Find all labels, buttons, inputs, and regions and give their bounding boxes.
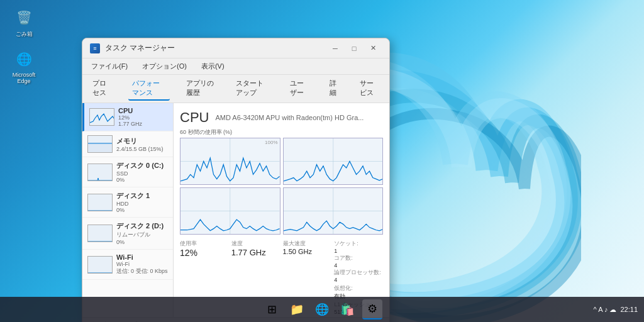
- desktop-icon-recycle-label: ごみ箱: [16, 30, 33, 38]
- stat-max-speed-value: 1.50 GHz: [283, 248, 332, 255]
- tm-sidebar: CPU 12% 1.77 GHz メモリ 2.4/15.5 GB (15%): [82, 103, 174, 317]
- tab-process[interactable]: プロセス: [89, 77, 116, 101]
- desktop-icons-container: 🗑️ ごみ箱 🌐 Microsoft Edge: [5, 6, 43, 84]
- taskbar-clock: 22:11: [620, 306, 638, 313]
- window-title-icon: ≡: [90, 43, 100, 53]
- sidebar-cpu-name: CPU: [118, 107, 168, 114]
- sidebar-disk2-name: ディスク 2 (D:): [116, 221, 168, 231]
- stat-logical-label: 論理プロセッサ数:: [334, 269, 383, 277]
- sidebar-item-disk0-info: ディスク 0 (C:) SSD 0%: [116, 161, 168, 183]
- stat-usage-value: 12%: [180, 248, 229, 258]
- stat-logical-value: 4: [334, 277, 383, 283]
- sidebar-cpu-sub2: 1.77 GHz: [118, 121, 168, 127]
- desktop-icon-recycle[interactable]: 🗑️ ごみ箱: [5, 6, 43, 38]
- sidebar-item-memory-info: メモリ 2.4/15.5 GB (15%): [116, 136, 168, 152]
- sidebar-wifi-name: Wi-Fi: [116, 253, 168, 261]
- sidebar-memory-name: メモリ: [116, 136, 168, 146]
- cpu-chart-core3: [283, 187, 384, 235]
- window-menubar: ファイル(F) オプション(O) 表示(V): [82, 58, 389, 75]
- minimize-button[interactable]: ─: [326, 42, 344, 55]
- tm-main-content: CPU AMD A6-3420M APU with Radeon(tm) HD …: [174, 103, 389, 317]
- sidebar-cpu-sub1: 12%: [118, 114, 168, 121]
- taskbar-store-icon[interactable]: 🛍️: [337, 299, 357, 319]
- menu-options[interactable]: オプション(O): [140, 60, 189, 72]
- sidebar-disk2-sub1: リムーバブル: [116, 231, 168, 239]
- sidebar-item-disk2-info: ディスク 2 (D:) リムーバブル 0%: [116, 221, 168, 245]
- stat-socket-value: 1: [334, 248, 383, 254]
- sidebar-mini-chart-wifi: [87, 256, 113, 274]
- taskbar-center: ⊞ 📁 🌐 🛍️ ⚙: [262, 299, 382, 319]
- window-controls: ─ □ ✕: [326, 42, 382, 55]
- taskbar: ⊞ 📁 🌐 🛍️ ⚙ ^ A ♪ ☁ 22:11: [0, 297, 644, 322]
- sidebar-disk0-sub1: SSD: [116, 170, 168, 177]
- stat-usage-label: 使用率: [180, 240, 229, 248]
- window-body: CPU 12% 1.77 GHz メモリ 2.4/15.5 GB (15%): [82, 103, 389, 317]
- taskbar-taskmanager-icon[interactable]: ⚙: [362, 299, 382, 319]
- stat-max-speed-label: 最大速度: [283, 240, 332, 248]
- sidebar-item-cpu-info: CPU 12% 1.77 GHz: [118, 107, 168, 127]
- close-button[interactable]: ✕: [364, 42, 382, 55]
- task-manager-window: ≡ タスク マネージャー ─ □ ✕ ファイル(F) オプション(O) 表示(V…: [82, 38, 390, 322]
- chart-max-label-0: 100%: [265, 140, 277, 145]
- sidebar-item-disk1[interactable]: ディスク 1 HDD 0%: [82, 187, 173, 218]
- cpu-chart-core2: [180, 187, 280, 235]
- desktop-icon-edge[interactable]: 🌐 Microsoft Edge: [5, 48, 43, 84]
- tab-app-history[interactable]: アプリの履歴: [182, 77, 219, 101]
- svg-rect-0: [88, 142, 113, 153]
- cpu-chart-core0: 100%: [180, 138, 280, 185]
- sidebar-wifi-sub1: Wi-Fi: [116, 261, 168, 267]
- window-tabbar: プロセス パフォーマンス アプリの履歴 スタートアップ ユーザー 詳細 サービス: [82, 75, 389, 103]
- desktop-icon-edge-label: Microsoft Edge: [5, 72, 43, 84]
- tab-users[interactable]: ユーザー: [286, 77, 313, 101]
- sidebar-disk1-sub1: HDD: [116, 201, 168, 207]
- menu-file[interactable]: ファイル(F): [89, 60, 130, 72]
- sidebar-disk0-sub2: 0%: [116, 177, 168, 183]
- system-tray-icons: ^ A ♪ ☁: [594, 306, 617, 314]
- sidebar-item-wifi[interactable]: Wi-Fi Wi-Fi 送信: 0 受信: 0 Kbps: [82, 250, 173, 280]
- sidebar-mini-chart-disk2: [87, 225, 113, 242]
- sidebar-disk0-name: ディスク 0 (C:): [116, 161, 168, 170]
- sidebar-item-disk1-info: ディスク 1 HDD 0%: [116, 191, 168, 213]
- menu-view[interactable]: 表示(V): [199, 60, 227, 72]
- maximize-button[interactable]: □: [345, 42, 363, 55]
- sidebar-item-disk0[interactable]: ディスク 0 (C:) SSD 0%: [82, 157, 173, 187]
- sidebar-disk1-sub2: 0%: [116, 207, 168, 213]
- stat-speed-label: 速度: [231, 240, 280, 248]
- tab-startup[interactable]: スタートアップ: [232, 77, 274, 101]
- tab-performance[interactable]: パフォーマンス: [128, 77, 170, 101]
- stat-cores-label: コア数:: [334, 254, 383, 262]
- taskbar-start-button[interactable]: ⊞: [262, 299, 282, 319]
- sidebar-item-cpu[interactable]: CPU 12% 1.77 GHz: [82, 103, 173, 131]
- window-titlebar: ≡ タスク マネージャー ─ □ ✕: [82, 38, 389, 58]
- cpu-main-subtitle: AMD A6-3420M APU with Radeon(tm) HD Gra.…: [215, 114, 364, 121]
- sidebar-disk2-sub2: 0%: [116, 239, 168, 245]
- sidebar-wifi-sub2: 送信: 0 受信: 0 Kbps: [116, 267, 168, 275]
- window-title-text: タスク マネージャー: [105, 43, 326, 53]
- stat-cores-value: 4: [334, 262, 383, 269]
- stat-socket-label: ソケット:: [334, 240, 383, 248]
- sidebar-item-disk2[interactable]: ディスク 2 (D:) リムーバブル 0%: [82, 218, 173, 250]
- sidebar-disk1-name: ディスク 1: [116, 191, 168, 201]
- sidebar-memory-sub1: 2.4/15.5 GB (15%): [116, 146, 168, 152]
- cpu-charts-grid: 100%: [180, 138, 383, 235]
- sidebar-mini-chart-disk0: [87, 164, 113, 181]
- stat-speed-value: 1.77 GHz: [231, 248, 280, 257]
- tab-details[interactable]: 詳細: [326, 77, 343, 101]
- chart-time-label: 60 秒間の使用率 (%): [180, 128, 383, 136]
- cpu-chart-core1: [283, 138, 384, 185]
- sidebar-item-memory[interactable]: メモリ 2.4/15.5 GB (15%): [82, 131, 173, 157]
- taskbar-system-tray: ^ A ♪ ☁ 22:11: [594, 306, 638, 314]
- sidebar-item-wifi-info: Wi-Fi Wi-Fi 送信: 0 受信: 0 Kbps: [116, 253, 168, 275]
- stat-virt-label: 仮想化:: [334, 284, 383, 292]
- taskbar-explorer-icon[interactable]: 📁: [287, 299, 307, 319]
- sidebar-mini-chart-memory: [87, 135, 113, 153]
- cpu-main-title: CPU: [180, 109, 209, 126]
- tm-main-title-row: CPU AMD A6-3420M APU with Radeon(tm) HD …: [180, 109, 383, 126]
- taskbar-edge-icon[interactable]: 🌐: [312, 299, 332, 319]
- tab-services[interactable]: サービス: [356, 77, 383, 101]
- sidebar-mini-chart-disk1: [87, 194, 113, 211]
- sidebar-mini-chart-cpu: [89, 108, 114, 126]
